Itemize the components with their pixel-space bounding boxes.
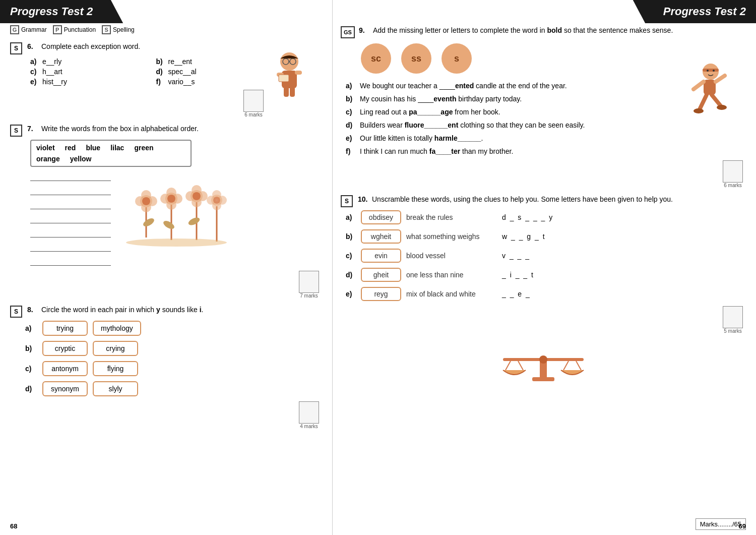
- q10-row-d: d) gheit one less than nine _ i _ _ t: [346, 268, 731, 282]
- q9-marks-label: 6 marks: [724, 183, 742, 188]
- q9-e-label: e): [346, 134, 357, 142]
- q6-item-a: a) e__rly: [30, 57, 141, 66]
- q10-a-blank: d _ s _ _ _ y: [502, 213, 553, 221]
- q10-row-b: b) wgheit what something weighs w _ _ g …: [346, 229, 731, 244]
- badge-s: S: [102, 25, 111, 34]
- q10-c-scramble: evin: [361, 249, 401, 263]
- q10-a-label: a): [346, 213, 356, 221]
- q10-b-blank: w _ _ g _ t: [502, 232, 546, 241]
- question-9: GS 9. Add the missing letter or letters …: [341, 26, 746, 188]
- q6-b-label: b): [156, 57, 165, 66]
- q8-b-word2[interactable]: crying: [93, 341, 138, 356]
- answer-line-6[interactable]: [30, 243, 111, 252]
- q10-number: 10.: [358, 195, 370, 203]
- svg-point-52: [713, 70, 715, 72]
- q7-text: Write the words from the box in alphabet…: [41, 125, 199, 133]
- q9-f-label: f): [346, 147, 357, 155]
- q10-c-clue: blood vessel: [406, 252, 497, 260]
- answer-line-2[interactable]: [30, 186, 111, 195]
- q9-item-f: f) I think I can run much fa____ter than…: [346, 147, 746, 155]
- q10-b-scramble: wgheit: [361, 229, 401, 244]
- q9-a-label: a): [346, 82, 357, 90]
- answer-line-4[interactable]: [30, 214, 111, 223]
- runner-illustration: [680, 62, 731, 124]
- answer-line-3[interactable]: [30, 200, 111, 209]
- q9-item-b: b) My cousin has his ____eventh birthday…: [346, 95, 680, 103]
- legend-g: G Grammar: [10, 25, 47, 34]
- question-10: S 10. Unscramble these words, using the …: [341, 195, 746, 384]
- q7-header: S 7. Write the words from the box in alp…: [10, 125, 322, 137]
- q8-row-a: a) trying mythology: [25, 321, 322, 336]
- svg-rect-3: [295, 71, 302, 75]
- q10-text: Unscramble these words, using the clues …: [372, 195, 673, 203]
- word-yellow: yellow: [70, 155, 92, 163]
- q6-marks-area: 6 marks: [243, 90, 264, 117]
- q10-row-a: a) obdisey break the rules d _ s _ _ _ y: [346, 210, 731, 224]
- q8-c-word1[interactable]: antonym: [42, 361, 88, 376]
- answer-line-5[interactable]: [30, 228, 111, 237]
- q10-d-blank: _ i _ _ t: [502, 271, 534, 279]
- q6-a-label: a): [30, 57, 39, 66]
- q6-c-word: h__art: [42, 68, 62, 76]
- q10-a-scramble: obdisey: [361, 210, 401, 224]
- word-blue: blue: [86, 144, 100, 152]
- left-page-number: 68: [10, 522, 17, 530]
- q10-badge: S: [341, 195, 353, 207]
- q8-b-word1[interactable]: cryptic: [42, 341, 88, 356]
- answer-line-1[interactable]: [30, 172, 111, 181]
- character-illustration: [267, 52, 312, 105]
- svg-point-37: [213, 197, 220, 204]
- q10-table: a) obdisey break the rules d _ s _ _ _ y…: [346, 210, 731, 301]
- q10-row-c: c) evin blood vessel v _ _ _: [346, 249, 731, 263]
- svg-line-47: [700, 95, 707, 109]
- q8-c-word2[interactable]: flying: [93, 361, 138, 376]
- spelling-label: Spelling: [113, 26, 135, 33]
- legend-p: P Punctuation: [53, 25, 96, 34]
- q7-content: [10, 172, 322, 271]
- q8-a-word1[interactable]: trying: [42, 321, 88, 336]
- q8-a-word2[interactable]: mythology: [93, 321, 141, 336]
- q8-marks-area: 4 marks: [299, 401, 319, 429]
- svg-point-39: [162, 219, 176, 230]
- flowers-illustration: [121, 167, 232, 250]
- word-orange: orange: [36, 155, 60, 163]
- right-title: Progress Test 2: [663, 5, 746, 18]
- q8-number: 8.: [27, 306, 39, 314]
- right-page-number: 69: [739, 522, 746, 530]
- q7-marks-label: 7 marks: [300, 293, 318, 299]
- q9-item-d: d) Builders wear fluore______ent clothin…: [346, 121, 680, 129]
- q7-word-box: violet red blue lilac green orange yello…: [30, 140, 192, 167]
- word-red: red: [65, 144, 76, 152]
- svg-rect-5: [290, 87, 295, 97]
- q8-d-word1[interactable]: synonym: [42, 381, 88, 396]
- badge-g: G: [10, 25, 19, 34]
- circle-ss: ss: [401, 43, 431, 74]
- q8-instruction: Circle the word in each pair in which y …: [41, 306, 203, 314]
- svg-line-45: [694, 82, 704, 89]
- q8-row-c: c) antonym flying: [25, 361, 322, 376]
- q6-c-label: c): [30, 68, 39, 76]
- q10-c-label: c): [346, 252, 356, 260]
- question-8: S 8. Circle the word in each pair in whi…: [10, 306, 322, 429]
- svg-point-16: [142, 197, 150, 205]
- svg-line-60: [576, 361, 581, 370]
- right-page: Progress Test 2 GS 9. Add the missing le…: [333, 0, 756, 535]
- svg-rect-6: [279, 75, 289, 82]
- q9-f-text: I think I can run much fa____ter than my…: [360, 147, 513, 155]
- q10-e-label: e): [346, 290, 356, 298]
- q10-d-scramble: gheit: [361, 268, 401, 282]
- q8-d-word2[interactable]: slyly: [93, 381, 138, 396]
- q6-answers: a) e__rly b) re__ent c) h__art d) spec__…: [30, 57, 267, 86]
- svg-rect-54: [532, 377, 554, 381]
- svg-line-58: [518, 361, 523, 370]
- answer-line-7[interactable]: [30, 257, 111, 266]
- svg-point-56: [539, 355, 547, 364]
- q9-c-label: c): [346, 108, 357, 116]
- q10-a-clue: break the rules: [406, 213, 497, 221]
- q6-d-label: d): [156, 68, 165, 76]
- q7-marks-box: [299, 271, 319, 293]
- q9-number: 9.: [359, 26, 371, 34]
- right-page-header: Progress Test 2: [633, 0, 756, 23]
- word-lilac: lilac: [110, 144, 124, 152]
- word-violet: violet: [36, 144, 55, 152]
